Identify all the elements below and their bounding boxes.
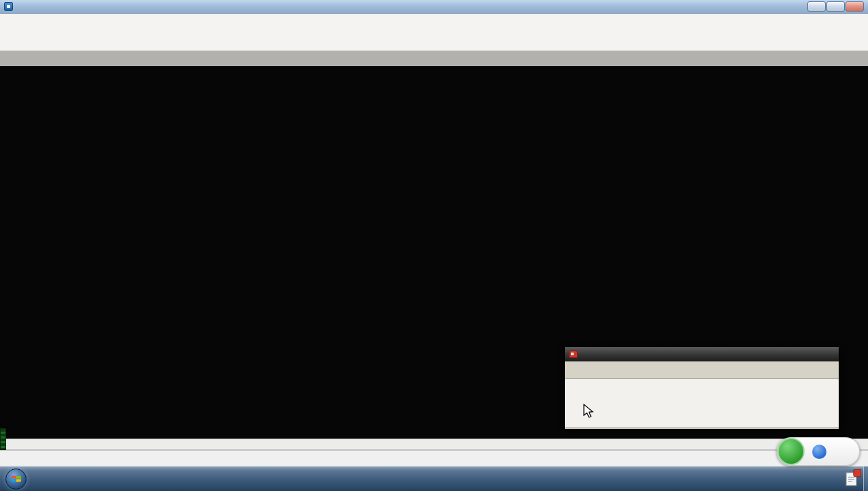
memory-usage-badge [777, 438, 805, 465]
mouse-cursor [583, 404, 595, 421]
start-button[interactable] [5, 468, 27, 490]
net-speeds [808, 441, 809, 462]
show-desktop-button[interactable] [863, 466, 868, 491]
desktop [0, 0, 868, 491]
desktop-gadget[interactable] [0, 428, 6, 450]
model-tab-bar [0, 438, 868, 450]
title-bar [0, 0, 868, 14]
notification-icon[interactable] [843, 469, 861, 488]
network-speed-widget[interactable] [777, 437, 860, 466]
restore-button[interactable] [826, 1, 845, 12]
minimize-button[interactable] [807, 1, 826, 12]
plus-button[interactable] [812, 445, 826, 459]
ocam-window [564, 346, 839, 430]
close-button[interactable] [846, 1, 864, 12]
ocam-app-icon [569, 351, 578, 358]
ocam-tab-bar [565, 361, 839, 379]
ocam-title-bar[interactable] [565, 347, 839, 361]
ocam-body [565, 379, 839, 427]
windows-flag-icon [10, 473, 22, 485]
app-icon [4, 2, 13, 11]
status-bar [0, 450, 868, 466]
toolbar [0, 14, 868, 51]
taskbar [0, 466, 868, 491]
document-tab-bar [0, 51, 868, 66]
